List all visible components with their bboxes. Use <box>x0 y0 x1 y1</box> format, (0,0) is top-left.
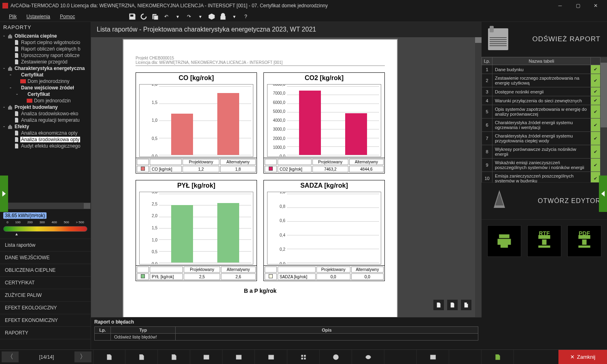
tree-node[interactable]: Dom jednorodzinny <box>0 78 91 85</box>
copy-icon[interactable] <box>151 13 159 21</box>
lock-dropdown-icon[interactable]: ▾ <box>230 13 238 21</box>
nav-item[interactable]: EFEKT EKONOMICZNY <box>0 314 91 327</box>
page-indicator: [14/14] <box>20 350 73 364</box>
nav-item[interactable]: EFEKT EKOLOGICZNY <box>0 302 91 314</box>
tree-node[interactable]: -Projekt budowlany <box>0 104 91 110</box>
table-list: Lp.Nazwa tabeli 1Dane budynku✔2Zestawien… <box>482 57 607 182</box>
nav-item[interactable]: Lista raportów <box>0 239 91 252</box>
document-viewport[interactable]: Projekt CHEB000015 Licencja dla: WEWNĘTR… <box>91 37 482 317</box>
table-row[interactable]: 8Wykresy porównawcze zużycia nośników en… <box>482 145 601 159</box>
tree-node[interactable]: Zestawienie przegród <box>0 59 91 65</box>
undo-icon[interactable]: ↶ <box>162 13 170 21</box>
doc-scrollbar-v[interactable] <box>475 37 482 317</box>
bottom-tool-2[interactable] <box>158 350 190 364</box>
tree-node[interactable]: -Charakterystyka energetyczna <box>0 65 91 72</box>
tree-node[interactable]: Raport obliczeń cieplnych b <box>0 46 91 52</box>
help-icon[interactable]: ? <box>242 13 250 21</box>
tree-node[interactable]: -Obliczenia cieplne <box>0 33 91 39</box>
export-rtf-button[interactable]: RTF <box>527 225 561 257</box>
section-nav: Lista raportówDANE WEJŚCIOWEOBLICZENIA C… <box>0 239 91 349</box>
tree-node[interactable]: Analiza regulacji temperatu <box>0 117 91 123</box>
bottom-tool-11[interactable] <box>449 350 482 364</box>
expand-tab-right[interactable] <box>599 176 607 212</box>
bottom-tool-3[interactable] <box>190 350 223 364</box>
doc-tool-3[interactable] <box>461 299 472 311</box>
table-row[interactable]: 3Dostępne nośniki energii✔ <box>482 87 601 96</box>
table-row[interactable]: 9Wskaźniki emisji zanieczyszczeń poszcze… <box>482 159 601 172</box>
nav-item[interactable]: CERTYFIKAT <box>0 277 91 289</box>
tree-node[interactable]: Audyt efektu ekologicznego <box>0 143 91 149</box>
report-page: Projekt CHEB000015 Licencja dla: WEWNĘTR… <box>123 39 398 317</box>
table-row[interactable]: 7Charakterystyka źródeł energii systemu … <box>482 132 601 145</box>
table-scrollbar-v[interactable] <box>601 57 607 182</box>
page-prev-button[interactable]: 〈 <box>2 351 19 362</box>
bottom-tool-0[interactable] <box>93 350 125 364</box>
close-button[interactable]: ✕ <box>587 0 605 11</box>
close-panel-button[interactable]: ✕ Zamknij <box>558 350 607 364</box>
lock-icon[interactable] <box>219 13 227 21</box>
box-icon[interactable] <box>208 13 216 21</box>
maximize-button[interactable]: ▢ <box>569 0 587 11</box>
tree-node[interactable]: -Certyfikat <box>0 91 91 97</box>
bottom-tool-10[interactable] <box>417 350 449 364</box>
export-pdf-button[interactable]: PDF <box>567 225 601 257</box>
tree-node[interactable]: Analiza ekonomiczna opty <box>0 130 91 136</box>
energy-gauge: 38,65 kWh/(m²rok) 0100200300400500> 500 … <box>0 209 91 239</box>
titlebar: ArCADia-TERMOCAD 10.0 Licencja dla: WEWN… <box>0 0 607 11</box>
license-line: Licencja dla: WEWNĘTRZNA, NIEKOMERCYJNA … <box>136 60 385 65</box>
refresh-report-label: ODŚWIEŻ RAPORT <box>512 35 601 43</box>
redo-dropdown-icon[interactable]: ▾ <box>196 13 204 21</box>
open-editor-button[interactable]: OTWÓRZ EDYTOR <box>482 182 607 220</box>
doc-tool-2[interactable] <box>447 299 458 311</box>
table-row[interactable]: 10Emisja zanieczyszczeń poszczególnych s… <box>482 172 601 183</box>
expand-tab-left[interactable] <box>0 176 8 212</box>
page-next-button[interactable]: 〉 <box>74 351 91 362</box>
editor-icon <box>488 190 510 212</box>
report-tree[interactable]: -Obliczenia cieplneRaport cieplno wilgot… <box>0 33 91 203</box>
bottom-tool-7[interactable] <box>320 350 352 364</box>
refresh-report-button[interactable]: ODŚWIEŻ RAPORT <box>482 22 607 57</box>
bottom-tool-6[interactable] <box>287 350 320 364</box>
tree-node[interactable]: -Dane wejściowe źródeł <box>0 85 91 91</box>
refresh-icon[interactable] <box>140 13 148 21</box>
tree-node[interactable]: -Efekty <box>0 123 91 130</box>
bottom-tool-4[interactable] <box>223 350 255 364</box>
bottom-tool-8[interactable] <box>352 350 384 364</box>
report-list-title: Lista raportów - Projektowana charaktery… <box>91 22 482 37</box>
tree-node[interactable]: Raport cieplno wilgotnościo <box>0 39 91 46</box>
nav-item[interactable]: DANE WEJŚCIOWE <box>0 252 91 264</box>
nav-item[interactable]: OBLICZENIA CIEPLNE <box>0 264 91 277</box>
nav-item[interactable]: RAPORTY <box>0 327 91 339</box>
table-row[interactable]: 4Warunki przyłączenia do sieci zewnętrzn… <box>482 96 601 105</box>
app-icon <box>2 3 8 8</box>
bottom-tool-9[interactable] <box>384 350 417 364</box>
tree-node[interactable]: Analiza środowiskowa opty <box>0 136 91 143</box>
tree-node[interactable]: Analiza środowiskowo-eko <box>0 110 91 117</box>
bottom-tool-12[interactable] <box>482 350 514 364</box>
nav-item[interactable]: ZUŻYCIE PALIW <box>0 289 91 302</box>
chart: SADZA [kg/rok]0,00,20,40,60,81,0Projekto… <box>263 180 385 281</box>
menu-plik[interactable]: Plik <box>4 12 21 21</box>
tree-scrollbar-h[interactable] <box>0 203 91 209</box>
report-icon <box>488 28 508 50</box>
save-icon[interactable] <box>128 13 136 21</box>
tree-node[interactable]: Uproszczony raport oblicze <box>0 52 91 59</box>
bottom-tool-1[interactable] <box>125 350 158 364</box>
tree-node[interactable]: Dom jednorodzin <box>0 97 91 104</box>
print-button[interactable] <box>487 225 521 257</box>
menu-pomoc[interactable]: Pomoc <box>55 12 80 21</box>
menubar: Plik Ustawienia Pomoc ↶ ▾ ↷ ▾ ▾ ? <box>0 11 607 22</box>
bottom-tool-5[interactable] <box>255 350 287 364</box>
table-row[interactable]: 5Opis systemów zapotrzebowania w energię… <box>482 105 601 119</box>
menu-ustawienia[interactable]: Ustawienia <box>21 12 55 21</box>
table-row[interactable]: 6Charakterystyka źródeł energii systemu … <box>482 119 601 132</box>
minimize-button[interactable]: ─ <box>551 0 569 11</box>
tree-node[interactable]: -Certyfikat <box>0 72 91 78</box>
redo-icon[interactable]: ↷ <box>185 13 193 21</box>
table-row[interactable]: 2Zestawienie rocznego zapotrzebowania na… <box>482 74 601 87</box>
open-editor-label: OTWÓRZ EDYTOR <box>515 197 601 205</box>
undo-dropdown-icon[interactable]: ▾ <box>174 13 182 21</box>
cutoff-title: B a P kg/rok <box>123 288 397 294</box>
doc-tool-1[interactable] <box>433 299 444 311</box>
table-row[interactable]: 1Dane budynku✔ <box>482 65 601 74</box>
